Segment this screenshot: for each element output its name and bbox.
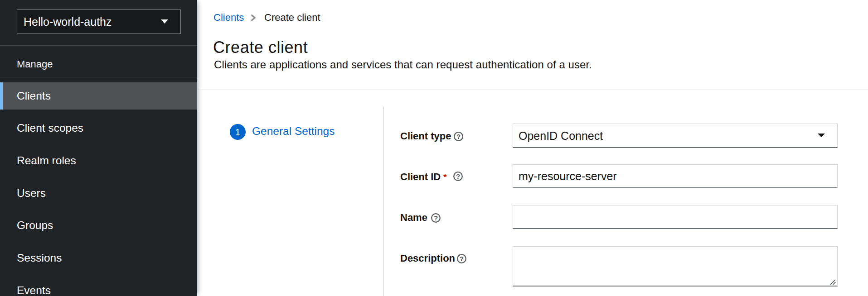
- svg-text:?: ?: [456, 133, 461, 140]
- svg-text:?: ?: [460, 255, 464, 263]
- svg-text:?: ?: [456, 172, 460, 180]
- svg-text:?: ?: [434, 214, 438, 222]
